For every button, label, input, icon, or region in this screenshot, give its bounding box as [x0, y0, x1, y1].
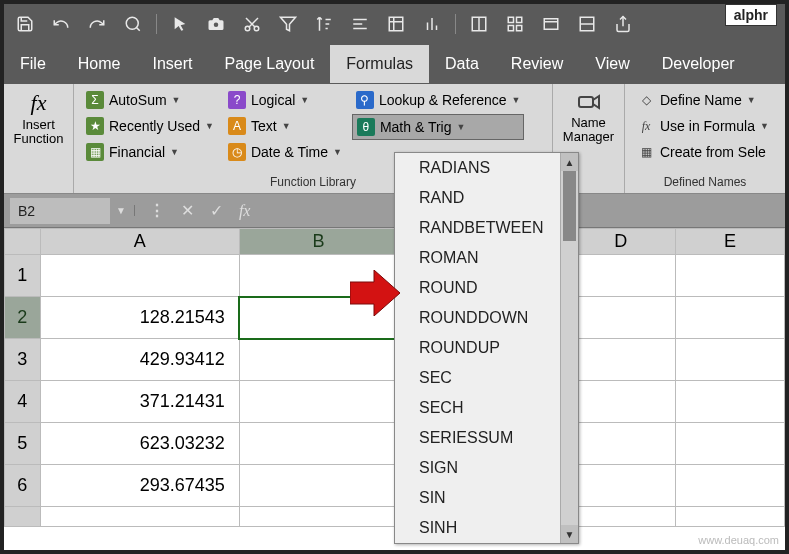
- row-header[interactable]: 5: [5, 423, 41, 465]
- autosum-button[interactable]: ΣAutoSum▼: [82, 88, 218, 112]
- dropdown-item[interactable]: ROUNDDOWN: [395, 303, 578, 333]
- col-header-a[interactable]: A: [40, 229, 239, 255]
- dropdown-item[interactable]: RADIANS: [395, 153, 578, 183]
- tab-data[interactable]: Data: [429, 45, 495, 83]
- create-from-selection-button[interactable]: ▦Create from Sele: [633, 140, 777, 164]
- tab-home[interactable]: Home: [62, 45, 137, 83]
- theta-icon: θ: [357, 118, 375, 136]
- align-icon[interactable]: [347, 11, 373, 37]
- tab-formulas[interactable]: Formulas: [330, 45, 429, 83]
- save-icon[interactable]: [12, 11, 38, 37]
- select-all-corner[interactable]: [5, 229, 41, 255]
- dropdown-item[interactable]: SEC: [395, 363, 578, 393]
- camera-icon[interactable]: [203, 11, 229, 37]
- dropdown-item[interactable]: ROUNDUP: [395, 333, 578, 363]
- date-time-button[interactable]: ◷Date & Time▼: [224, 140, 346, 164]
- cell[interactable]: 429.93412: [40, 339, 239, 381]
- scroll-down-icon[interactable]: ▼: [561, 525, 578, 543]
- chart-icon[interactable]: [419, 11, 445, 37]
- define-name-button[interactable]: ◇Define Name▼: [633, 88, 777, 112]
- tab-review[interactable]: Review: [495, 45, 579, 83]
- accept-icon[interactable]: ✓: [210, 201, 223, 220]
- cut-icon[interactable]: [239, 11, 265, 37]
- cell[interactable]: 623.03232: [40, 423, 239, 465]
- redo-icon[interactable]: [84, 11, 110, 37]
- cell[interactable]: 371.21431: [40, 381, 239, 423]
- dropdown-item[interactable]: SIGN: [395, 453, 578, 483]
- fx-icon: fx: [31, 90, 47, 116]
- name-box[interactable]: B2: [10, 198, 110, 224]
- group-label-defined-names: Defined Names: [633, 173, 777, 191]
- grid-icon[interactable]: [502, 11, 528, 37]
- freeze-icon[interactable]: [466, 11, 492, 37]
- dropdown-item[interactable]: SERIESSUM: [395, 423, 578, 453]
- row-header[interactable]: 3: [5, 339, 41, 381]
- sigma-icon: Σ: [86, 91, 104, 109]
- sort-icon[interactable]: [311, 11, 337, 37]
- logical-icon: ?: [228, 91, 246, 109]
- scroll-thumb[interactable]: [563, 171, 576, 241]
- svg-rect-22: [517, 26, 522, 31]
- dropdown-item[interactable]: SECH: [395, 393, 578, 423]
- lookup-icon: ⚲: [356, 91, 374, 109]
- dropdown-item-round[interactable]: ROUND: [395, 273, 578, 303]
- tag-icon: ◇: [637, 91, 655, 109]
- table-icon[interactable]: [383, 11, 409, 37]
- svg-rect-28: [579, 97, 593, 107]
- undo-icon[interactable]: [48, 11, 74, 37]
- cancel-icon[interactable]: ✕: [181, 201, 194, 220]
- fx-bar-icon[interactable]: fx: [239, 202, 251, 220]
- scroll-up-icon[interactable]: ▲: [561, 153, 578, 171]
- dropdown-item[interactable]: SINH: [395, 513, 578, 543]
- cell[interactable]: 128.21543: [40, 297, 239, 339]
- tab-view[interactable]: View: [579, 45, 645, 83]
- lookup-reference-button[interactable]: ⚲Lookup & Reference▼: [352, 88, 525, 112]
- tab-page-layout[interactable]: Page Layout: [208, 45, 330, 83]
- name-manager-icon: [575, 90, 603, 114]
- svg-rect-20: [517, 17, 522, 22]
- name-manager-button[interactable]: Name Manager: [561, 88, 616, 147]
- dropdown-item[interactable]: ROMAN: [395, 243, 578, 273]
- dropdown-item[interactable]: SIN: [395, 483, 578, 513]
- row-header[interactable]: 2: [5, 297, 41, 339]
- svg-rect-19: [508, 17, 513, 22]
- recently-used-button[interactable]: ★Recently Used▼: [82, 114, 218, 138]
- tab-file[interactable]: File: [4, 45, 62, 83]
- logical-button[interactable]: ?Logical▼: [224, 88, 346, 112]
- fx-small-icon: fx: [637, 117, 655, 135]
- dropdown-item[interactable]: RAND: [395, 183, 578, 213]
- svg-point-0: [126, 17, 138, 29]
- row-header[interactable]: 4: [5, 381, 41, 423]
- svg-point-2: [214, 23, 219, 28]
- financial-button[interactable]: ▦Financial▼: [82, 140, 218, 164]
- insert-function-button[interactable]: fx Insert Function: [12, 88, 65, 149]
- use-in-formula-button[interactable]: fxUse in Formula▼: [633, 114, 777, 138]
- svg-point-4: [254, 26, 259, 31]
- menu-bar: File Home Insert Page Layout Formulas Da…: [4, 44, 785, 84]
- layout-icon[interactable]: [574, 11, 600, 37]
- svg-rect-21: [508, 26, 513, 31]
- tab-developer[interactable]: Developer: [646, 45, 751, 83]
- dropdown-item[interactable]: RANDBETWEEN: [395, 213, 578, 243]
- formula-bar-menu-icon[interactable]: ⋮: [149, 201, 165, 220]
- cell[interactable]: 293.67435: [40, 465, 239, 507]
- col-header-d[interactable]: D: [566, 229, 675, 255]
- svg-rect-11: [389, 17, 403, 31]
- row-header[interactable]: 1: [5, 255, 41, 297]
- col-header-b[interactable]: B: [239, 229, 398, 255]
- col-header-e[interactable]: E: [675, 229, 784, 255]
- window-icon[interactable]: [538, 11, 564, 37]
- search-icon[interactable]: [120, 11, 146, 37]
- tab-insert[interactable]: Insert: [136, 45, 208, 83]
- svg-line-1: [136, 27, 139, 30]
- filter-icon[interactable]: [275, 11, 301, 37]
- namebox-dropdown-icon[interactable]: ▼: [116, 205, 135, 216]
- financial-icon: ▦: [86, 143, 104, 161]
- share-icon[interactable]: [610, 11, 636, 37]
- cursor-icon[interactable]: [167, 11, 193, 37]
- row-header[interactable]: 6: [5, 465, 41, 507]
- text-button[interactable]: AText▼: [224, 114, 346, 138]
- svg-rect-23: [544, 19, 558, 30]
- math-trig-button[interactable]: θMath & Trig▼: [352, 114, 525, 140]
- dropdown-scrollbar[interactable]: ▲ ▼: [560, 153, 578, 543]
